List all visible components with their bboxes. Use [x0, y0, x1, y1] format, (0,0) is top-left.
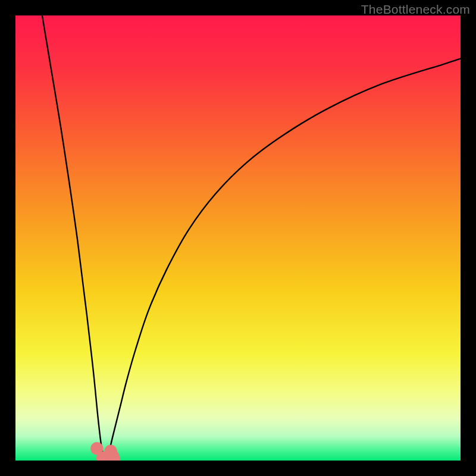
- chart-frame: TheBottleneck.com: [0, 0, 476, 476]
- bottleneck-curve-right: [105, 59, 461, 461]
- watermark-text: TheBottleneck.com: [361, 2, 470, 17]
- curve-layer: [15, 15, 461, 461]
- plot-area: [15, 15, 461, 461]
- bottleneck-curve-left: [42, 15, 105, 461]
- data-markers: [90, 442, 120, 461]
